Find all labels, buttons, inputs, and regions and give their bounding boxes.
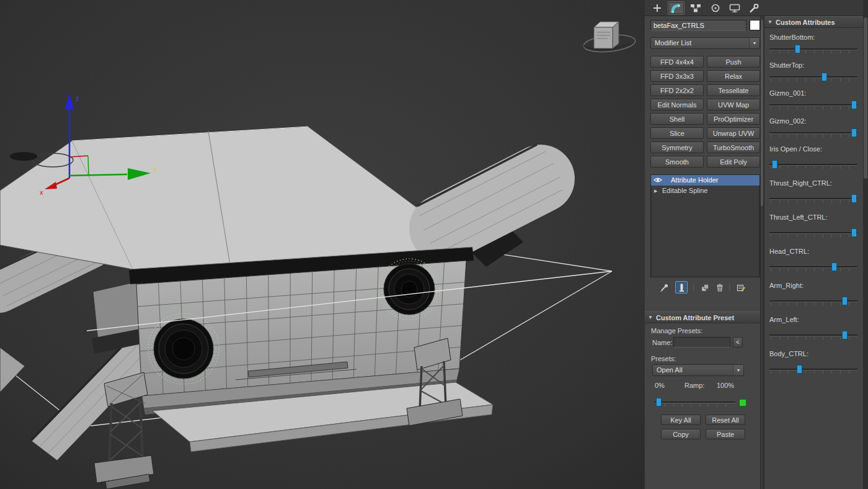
modifier-button-ffd4[interactable]: FFD 4x4x4: [650, 56, 704, 68]
tab-create[interactable]: [649, 1, 665, 15]
slider-track[interactable]: [769, 261, 857, 274]
tab-display[interactable]: [726, 1, 743, 15]
remove-modifier-icon[interactable]: [714, 281, 726, 294]
hierarchy-icon: [689, 3, 702, 13]
modifier-list-label: Modifier List: [655, 39, 691, 47]
attr-slider-gizmo-001: Gizmo_001:: [764, 89, 864, 115]
modify-panel: Modifier List ▼ FFD 4x4x4 Push FFD 3x3x3…: [645, 16, 760, 489]
slider-thumb[interactable]: [842, 331, 848, 339]
attr-slider-iris-open-close: Iris Open / Close:: [764, 145, 864, 171]
attr-slider-gizmo-002: Gizmo_002:: [764, 117, 864, 143]
attr-slider-body-ctrl: Body_CTRL:: [764, 350, 864, 376]
slider-thumb[interactable]: [822, 73, 827, 81]
expand-arrow-icon[interactable]: ▶: [654, 186, 657, 196]
slider-track[interactable]: [769, 127, 857, 140]
stack-item-editable-spline[interactable]: ▶ Editable Spline: [651, 186, 760, 196]
toolbar-separator: |: [728, 282, 730, 291]
slider-thumb[interactable]: [851, 101, 857, 109]
reset-all-button[interactable]: Reset All: [706, 415, 745, 425]
motion-icon: [709, 3, 722, 13]
modifier-button-edit-poly[interactable]: Edit Poly: [707, 156, 760, 168]
slider-track[interactable]: [769, 364, 857, 376]
modifier-button-shell[interactable]: Shell: [650, 113, 704, 125]
slider-label: Head_CTRL:: [769, 248, 809, 255]
copy-button[interactable]: Copy: [661, 429, 701, 439]
modifier-button-push[interactable]: Push: [707, 56, 760, 68]
make-unique-icon[interactable]: [699, 281, 711, 294]
tab-utilities[interactable]: [745, 1, 762, 15]
stack-item-attribute-holder[interactable]: Attribute Holder: [651, 175, 760, 186]
ramp-slider[interactable]: [655, 397, 735, 409]
modifier-button-unwrap-uvw[interactable]: Unwrap UVW: [707, 127, 760, 139]
configure-modifier-sets-icon[interactable]: [735, 281, 747, 294]
attr-slider-arm-left: Arm_Left:: [764, 316, 864, 342]
preset-load-button[interactable]: <: [733, 337, 743, 348]
modifier-button-uvw-map[interactable]: UVW Map: [707, 99, 760, 110]
slider-groove: [769, 76, 857, 78]
modifier-list-dropdown[interactable]: Modifier List ▼: [650, 37, 760, 49]
tab-motion[interactable]: [707, 1, 724, 15]
ramp-label: Ramp:: [684, 382, 704, 389]
modifier-button-relax[interactable]: Relax: [707, 70, 760, 82]
slider-track[interactable]: [769, 330, 857, 342]
slider-thumb[interactable]: [831, 262, 837, 271]
modifier-button-prooptimizer[interactable]: ProOptimizer: [707, 113, 760, 125]
viewport-canvas[interactable]: z y x: [0, 0, 645, 489]
slider-thumb[interactable]: [795, 45, 800, 53]
slider-track[interactable]: [769, 295, 857, 308]
slider-thumb[interactable]: [851, 228, 857, 237]
slider-thumb[interactable]: [842, 297, 848, 305]
slider-groove: [769, 48, 857, 50]
preset-rollout-header[interactable]: ▼ Custom Attribute Preset: [645, 312, 760, 323]
attr-slider-shuttertop: ShutterTop:: [764, 61, 864, 87]
ramp-max-label: 100%: [717, 382, 734, 389]
object-color-swatch[interactable]: [750, 20, 760, 30]
slider-track[interactable]: [769, 227, 857, 240]
slider-track[interactable]: [769, 71, 857, 84]
pin-stack-icon[interactable]: [658, 281, 670, 294]
attributes-panel-scrollbar[interactable]: [863, 0, 868, 489]
presets-dropdown[interactable]: Open All ▼: [652, 364, 744, 376]
selected-preset: Open All: [657, 366, 683, 374]
tab-hierarchy[interactable]: [687, 1, 704, 15]
slider-track[interactable]: [769, 99, 857, 112]
custom-attributes-panel: ▼ Custom Attributes ShutterBottom: Shutt…: [764, 16, 863, 489]
chevron-down-icon: ▼: [749, 38, 760, 48]
ramp-slider-thumb[interactable]: [656, 398, 662, 406]
paste-button[interactable]: Paste: [706, 429, 745, 439]
axis-label-z: z: [76, 94, 79, 102]
ramp-end-key[interactable]: [739, 399, 746, 406]
tab-modify[interactable]: [668, 1, 684, 15]
key-all-button[interactable]: Key All: [661, 415, 701, 425]
slider-label: Body_CTRL:: [769, 350, 808, 357]
modifier-button-turbosmooth[interactable]: TurboSmooth: [707, 141, 760, 153]
scrollbar-thumb[interactable]: [864, 17, 867, 179]
stack-item-label: Editable Spline: [662, 187, 707, 194]
show-end-result-icon[interactable]: [675, 281, 688, 294]
preset-name-input[interactable]: [673, 337, 730, 348]
slider-thumb[interactable]: [851, 194, 857, 203]
modifier-button-ffd3[interactable]: FFD 3x3x3: [650, 70, 704, 82]
object-name-input[interactable]: [650, 20, 746, 31]
modifier-button-edit-normals[interactable]: Edit Normals: [650, 99, 704, 110]
viewport-3d[interactable]: z y x: [0, 0, 645, 489]
slider-track[interactable]: [769, 159, 857, 171]
modifier-button-tessellate[interactable]: Tessellate: [707, 84, 760, 96]
create-icon: [651, 3, 663, 13]
slider-thumb[interactable]: [851, 128, 857, 137]
scrollbar-thumb[interactable]: [761, 20, 763, 206]
slider-track[interactable]: [769, 193, 857, 205]
modifier-button-smooth[interactable]: Smooth: [650, 156, 704, 168]
axis-label-x: x: [40, 189, 43, 196]
visibility-eye-icon[interactable]: [653, 176, 662, 184]
modifier-button-ffd2[interactable]: FFD 2x2x2: [650, 84, 704, 96]
command-panel-tabbar: [645, 0, 868, 16]
modifier-button-slice[interactable]: Slice: [650, 127, 704, 139]
slider-thumb[interactable]: [772, 160, 777, 169]
modifier-button-symmetry[interactable]: Symmetry: [650, 141, 704, 153]
slider-track[interactable]: [769, 43, 857, 56]
slider-ticks: [771, 200, 856, 203]
attributes-rollout-header[interactable]: ▼ Custom Attributes: [764, 16, 863, 28]
attr-slider-head-ctrl: Head_CTRL:: [764, 248, 864, 274]
slider-thumb[interactable]: [797, 365, 802, 374]
